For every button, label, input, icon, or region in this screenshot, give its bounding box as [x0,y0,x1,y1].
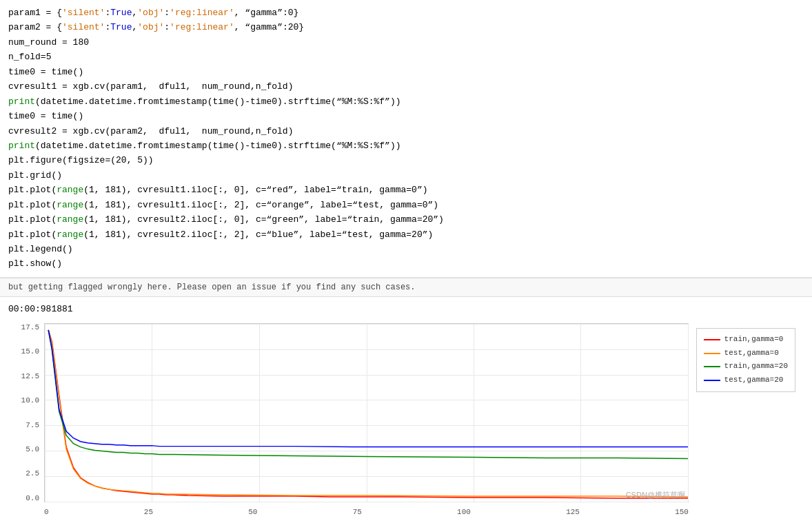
timestamp-section: 00:00:981881 [0,297,812,317]
x-label-150: 150 [675,508,689,516]
legend-item-orange: test,gamma=0 [704,347,788,360]
chart-section: 17.5 15.0 12.5 10.0 7.5 5.0 2.5 0.0 [0,317,812,526]
y-label-2: 12.5 [21,372,39,380]
y-label-4: 7.5 [26,421,39,429]
code-line-7: print(datetime.datetime.fromtimestamp(ti… [8,94,804,109]
x-label-25: 25 [144,508,153,516]
legend-line-green [704,366,720,367]
code-line-6: cvresult1 = xgb.cv(param1, dful1, num_ro… [8,79,804,94]
legend-line-red [704,339,720,340]
curve-red [48,330,688,498]
y-label-5: 5.0 [26,445,39,453]
code-line-15: plt.plot(range(1, 181), cvresult2.iloc[:… [8,212,804,227]
x-label-50: 50 [248,508,257,516]
code-line-17: plt.legend() [8,242,804,256]
chart-legend: train,gamma=0 test,gamma=0 train,gamma=2… [696,328,795,392]
x-label-75: 75 [353,508,362,516]
code-line-10: print(datetime.datetime.fromtimestamp(ti… [8,139,804,153]
y-label-6: 2.5 [26,469,39,478]
code-line-4: n_fold=5 [8,50,804,64]
legend-label-blue: test,gamma=20 [724,374,784,387]
legend-label-orange: test,gamma=0 [724,347,779,360]
y-label-0: 17.5 [21,323,39,331]
legend-label-red: train,gamma=0 [724,333,784,347]
chart-container: 17.5 15.0 12.5 10.0 7.5 5.0 2.5 0.0 [13,320,799,520]
chart-svg [45,324,688,502]
code-line-13: plt.plot(range(1, 181), cvresult1.iloc[:… [8,183,804,197]
curve-green [48,330,688,459]
x-label-125: 125 [566,508,580,516]
y-label-7: 0.0 [26,494,39,502]
code-line-11: plt.figure(figsize=(20, 5)) [8,153,804,167]
code-line-5: time0 = time() [8,65,804,79]
code-line-3: num_round = 180 [8,35,804,50]
code-line-18: plt.show() [8,256,804,271]
legend-item-red: train,gamma=0 [704,333,788,347]
x-axis-labels: 0 25 50 75 100 125 150 [44,504,689,520]
legend-line-orange [704,353,720,354]
legend-label-green: train,gamma=20 [724,360,788,374]
code-line-16: plt.plot(range(1, 181), cvresult2.iloc[:… [8,227,804,242]
y-label-1: 15.0 [21,347,39,356]
code-section: param1 = {'silent':True,'obj':'reg:linea… [0,0,812,278]
legend-item-green: train,gamma=20 [704,360,788,374]
legend-line-blue [704,380,720,381]
x-label-0: 0 [44,508,49,516]
chart-area [44,323,689,502]
y-label-3: 10.0 [21,396,39,405]
note-section: but getting flagged wrongly here. Please… [0,278,812,297]
legend-item-blue: test,gamma=20 [704,374,788,387]
timestamp: 00:00:981881 [8,304,73,314]
code-line-14: plt.plot(range(1, 181), cvresult1.iloc[:… [8,198,804,212]
x-label-100: 100 [457,508,471,516]
code-line-12: plt.grid() [8,168,804,183]
y-axis-labels: 17.5 15.0 12.5 10.0 7.5 5.0 2.5 0.0 [13,323,42,502]
note-text: but getting flagged wrongly here. Please… [8,283,416,292]
watermark: CSDN@携符草啊 [626,490,685,500]
curve-blue [48,330,688,447]
curve-orange [48,330,688,497]
code-line-9: cvresult2 = xgb.cv(param2, dful1, num_ro… [8,124,804,139]
code-line-1: param1 = {'silent':True,'obj':'reg:linea… [8,6,804,20]
code-line-2: param2 = {'silent':True,'obj':'reg:linea… [8,20,804,34]
code-line-8: time0 = time() [8,109,804,123]
